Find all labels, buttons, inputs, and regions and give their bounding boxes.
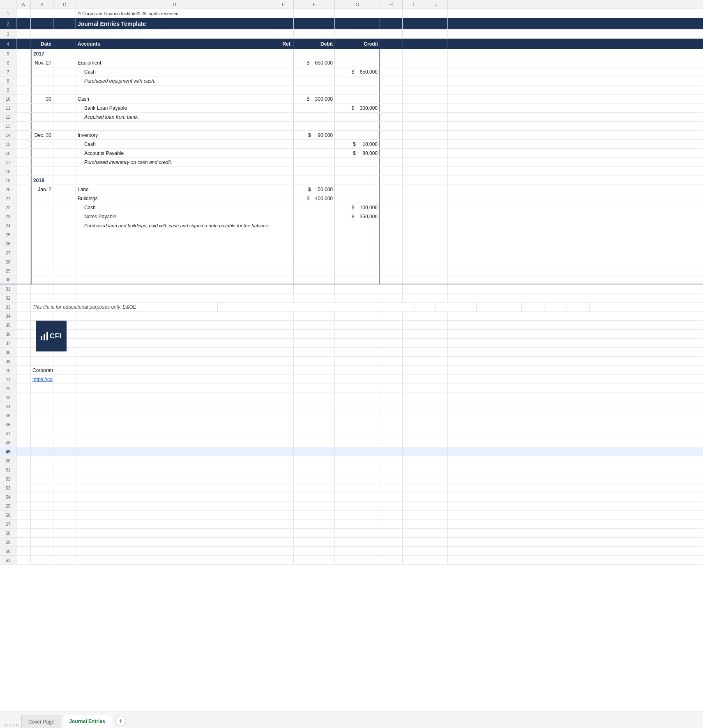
row-52: 52 bbox=[0, 474, 703, 483]
account-bank-loan: Bank Loan Payable bbox=[76, 104, 273, 112]
rownum-3: 3 bbox=[0, 30, 16, 38]
account-equipment: Equipment bbox=[76, 58, 273, 67]
row-7: 7 Cash $ 650,000 bbox=[0, 67, 703, 76]
credit-notes-payable: $ 350,000 bbox=[335, 212, 380, 221]
row-38: 38 bbox=[0, 348, 703, 357]
cell-J2[interactable] bbox=[425, 18, 448, 29]
cell-I1[interactable] bbox=[403, 9, 425, 18]
debit-equipment: $ 650,000 bbox=[294, 58, 335, 67]
cell-B2[interactable] bbox=[31, 18, 53, 29]
rownum-14: 14 bbox=[0, 131, 16, 139]
row-59: 59 bbox=[0, 538, 703, 547]
company-url[interactable]: https://corporatefinanceinstitute.com/ bbox=[31, 375, 53, 384]
desc-land-buildings: Purchased land and buildings, paid with … bbox=[76, 221, 273, 230]
account-buildings: Buildings bbox=[76, 194, 273, 203]
row-48: 48 bbox=[0, 438, 703, 447]
cell-E1[interactable] bbox=[273, 9, 294, 18]
row-30: 30 bbox=[0, 275, 703, 284]
cell-A1[interactable] bbox=[16, 9, 31, 18]
row-25: 25 bbox=[0, 230, 703, 239]
add-sheet-button[interactable]: + bbox=[115, 716, 126, 726]
rownum-31: 31 bbox=[0, 284, 16, 293]
rownum-30: 30 bbox=[0, 275, 16, 284]
row-49[interactable]: 49 bbox=[0, 447, 703, 456]
row-23: 23 Notes Payable $ 350,000 bbox=[0, 212, 703, 221]
row-17: 17 Purchased inventory on cash and credi… bbox=[0, 158, 703, 167]
rownum-5: 5 bbox=[0, 49, 16, 58]
cell-H1[interactable] bbox=[380, 9, 403, 18]
cell-F1[interactable] bbox=[294, 9, 335, 18]
row-24: 24 Purchased land and buildings, paid wi… bbox=[0, 221, 703, 230]
cell-H2[interactable] bbox=[380, 18, 403, 29]
cell-E2[interactable] bbox=[273, 18, 294, 29]
desc-inventory: Purchased inventory on cash and credit. bbox=[76, 158, 273, 166]
row-18: 18 bbox=[0, 167, 703, 176]
rownum-9: 9 bbox=[0, 86, 16, 94]
rownum-12: 12 bbox=[0, 113, 16, 121]
cell-C1[interactable] bbox=[53, 9, 76, 18]
cell-F2[interactable] bbox=[294, 18, 335, 29]
col-header-F[interactable]: F bbox=[294, 0, 335, 9]
rownum-8: 8 bbox=[0, 76, 16, 85]
year-2017: 2017 bbox=[31, 49, 53, 58]
row-32: 32 bbox=[0, 294, 703, 303]
row-6: 6 Nov. 27 Equipment $ 650,000 bbox=[0, 58, 703, 67]
disclaimer: This file is for educational purposes on… bbox=[31, 303, 195, 311]
cfi-logo-text: CFI bbox=[50, 333, 62, 340]
cell-G1[interactable] bbox=[335, 9, 380, 18]
rownum-36: 36 bbox=[0, 330, 16, 338]
row-61: 61 bbox=[0, 556, 703, 565]
date-nov27: Nov. 27 bbox=[31, 58, 53, 67]
cell-C2[interactable] bbox=[53, 18, 76, 29]
row-14: 14 Dec. 30 Inventory $ 90,000 bbox=[0, 131, 703, 140]
col-header-E[interactable]: E bbox=[273, 0, 294, 9]
cell-D1[interactable]: © Corporate Finance Institute®. All righ… bbox=[76, 9, 273, 18]
col-header-G[interactable]: G bbox=[335, 0, 380, 9]
row-21: 21 Buildings $ 400,000 bbox=[0, 194, 703, 203]
rownum-28: 28 bbox=[0, 257, 16, 266]
row-44: 44 bbox=[0, 402, 703, 411]
rownum-10: 10 bbox=[0, 95, 16, 103]
rownum-25: 25 bbox=[0, 230, 16, 239]
column-header-row: A B C D E F G H I J bbox=[0, 0, 703, 9]
row-28: 28 bbox=[0, 257, 703, 266]
col-header-H[interactable]: H bbox=[380, 0, 403, 9]
col-header-D[interactable]: D bbox=[76, 0, 273, 9]
table-header-debit: Debit bbox=[294, 39, 335, 49]
rownum-41: 41 bbox=[0, 375, 16, 384]
credit-ap: $ 80,000 bbox=[335, 149, 380, 157]
table-header-date: Date bbox=[31, 39, 53, 49]
account-notes-payable: Notes Payable bbox=[76, 212, 273, 221]
nav-left-icon[interactable]: ‹ bbox=[9, 722, 11, 728]
table-header-credit: Credit bbox=[335, 39, 380, 49]
row-53: 53 bbox=[0, 483, 703, 492]
desc-equipment: Purchased equipment with cash. bbox=[76, 76, 273, 85]
col-header-J[interactable]: J bbox=[425, 0, 448, 9]
row-19: 19 2018 bbox=[0, 176, 703, 185]
cell-A2[interactable] bbox=[16, 18, 31, 29]
tab-cover-page[interactable]: Cover Page bbox=[21, 715, 61, 728]
tab-journal-entries[interactable]: Journal Entries bbox=[62, 715, 112, 728]
row-36: 36 bbox=[0, 330, 703, 339]
cfi-bars-icon bbox=[41, 332, 48, 340]
cell-J1[interactable] bbox=[425, 9, 448, 18]
nav-right-icon[interactable]: › bbox=[12, 722, 14, 728]
nav-right-right-icon[interactable]: ›› bbox=[16, 722, 19, 728]
rownum-37: 37 bbox=[0, 339, 16, 347]
cell-B1[interactable] bbox=[31, 9, 53, 18]
rownum-20: 20 bbox=[0, 185, 16, 194]
date-dec30: Dec. 30 bbox=[31, 131, 53, 139]
col-header-I[interactable]: I bbox=[403, 0, 425, 9]
nav-left-left-icon[interactable]: ‹‹ bbox=[4, 722, 7, 728]
credit-equipment: $ 650,000 bbox=[335, 67, 380, 76]
row-2: 2 Journal Entries Template bbox=[0, 18, 703, 30]
col-header-A[interactable]: A bbox=[16, 0, 31, 9]
col-header-B[interactable]: B bbox=[31, 0, 53, 9]
row-5: 5 2017 bbox=[0, 49, 703, 58]
row-9: 9 bbox=[0, 86, 703, 95]
col-header-C[interactable]: C bbox=[53, 0, 76, 9]
header-title: Journal Entries Template bbox=[76, 18, 273, 29]
cell-I2[interactable] bbox=[403, 18, 425, 29]
cell-G2[interactable] bbox=[335, 18, 380, 29]
sheet-nav: ‹‹ ‹ › ›› bbox=[4, 722, 19, 728]
